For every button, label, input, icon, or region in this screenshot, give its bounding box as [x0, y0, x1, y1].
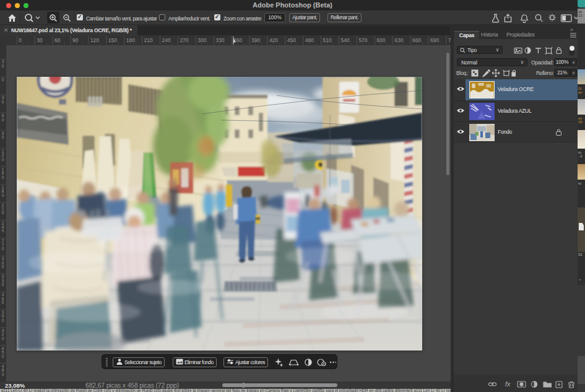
svg-text:180: 180 — [2, 185, 4, 198]
svg-text:90: 90 — [72, 37, 79, 43]
svg-text:150: 150 — [108, 37, 117, 43]
svg-text:90: 90 — [2, 131, 4, 139]
svg-text:330: 330 — [2, 274, 4, 287]
svg-text:360: 360 — [2, 292, 4, 305]
svg-text:390: 390 — [251, 37, 260, 43]
svg-text:240: 240 — [2, 221, 4, 233]
svg-text:30: 30 — [2, 59, 4, 68]
svg-text:210: 210 — [2, 203, 4, 216]
svg-text:450: 450 — [287, 37, 296, 43]
svg-text:30: 30 — [37, 37, 43, 43]
svg-text:300: 300 — [197, 37, 206, 43]
svg-text:120: 120 — [90, 37, 99, 43]
svg-text:300: 300 — [2, 256, 4, 269]
svg-text:480: 480 — [2, 364, 4, 377]
svg-text:690: 690 — [430, 37, 439, 43]
svg-text:390: 390 — [2, 310, 4, 323]
svg-text:240: 240 — [162, 37, 171, 43]
svg-text:510: 510 — [323, 37, 332, 43]
svg-text:660: 660 — [412, 37, 421, 43]
svg-text:30: 30 — [2, 95, 4, 103]
svg-text:480: 480 — [305, 37, 314, 43]
svg-text:330: 330 — [215, 37, 224, 43]
svg-text:540: 540 — [341, 37, 350, 43]
svg-text:600: 600 — [376, 37, 385, 43]
svg-text:0: 0 — [2, 77, 4, 82]
svg-text:570: 570 — [358, 37, 367, 43]
svg-text:120: 120 — [2, 149, 4, 162]
svg-text:60: 60 — [2, 113, 4, 121]
svg-text:270: 270 — [2, 238, 4, 251]
svg-text:180: 180 — [126, 37, 135, 43]
svg-text:420: 420 — [269, 37, 278, 43]
svg-text:630: 630 — [394, 37, 403, 43]
svg-text:0: 0 — [19, 37, 22, 43]
svg-text:420: 420 — [2, 328, 4, 341]
svg-text:150: 150 — [2, 167, 4, 180]
svg-text:450: 450 — [2, 346, 4, 359]
svg-text:60: 60 — [54, 37, 61, 43]
svg-text:270: 270 — [180, 37, 188, 43]
svg-text:fx: fx — [505, 380, 511, 388]
svg-text:210: 210 — [144, 37, 153, 43]
